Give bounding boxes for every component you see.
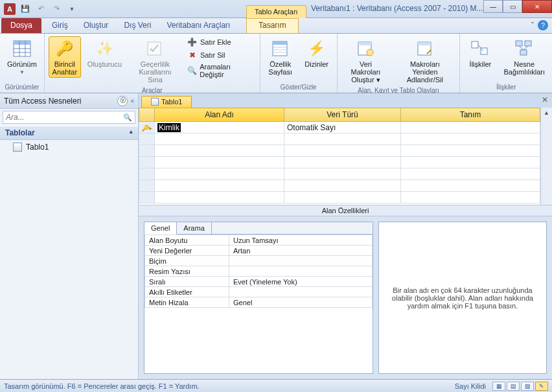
nav-filter-button[interactable]: ⓥ <box>117 96 128 106</box>
close-doc-button[interactable]: ✕ <box>542 95 548 104</box>
property-row[interactable]: Yeni DeğerlerArtan <box>145 246 373 256</box>
close-button[interactable]: ✕ <box>522 0 552 13</box>
prop-tab-lookup[interactable]: Arama <box>177 222 211 235</box>
minimize-button[interactable]: — <box>483 0 503 13</box>
field-row[interactable] <box>139 180 540 192</box>
view-pivotchart-button[interactable]: ▧ <box>521 382 534 391</box>
property-row[interactable]: Alan BoyutuUzun Tamsayı <box>145 235 373 246</box>
data-type-cell[interactable] <box>284 133 401 145</box>
data-type-cell[interactable] <box>284 157 401 168</box>
row-selector[interactable]: 🔑▸ <box>139 122 155 133</box>
property-row[interactable]: Metin HizalaGenel <box>145 297 373 308</box>
create-data-macros-button[interactable]: Veri Makroları Oluştur ▾ <box>341 36 391 86</box>
scroll-up-button[interactable]: ▲ <box>541 108 552 118</box>
row-selector[interactable] <box>139 192 155 203</box>
property-row[interactable]: Resim Yazısı <box>145 266 373 277</box>
field-row[interactable] <box>139 168 540 180</box>
property-value[interactable] <box>229 256 373 266</box>
maximize-button[interactable]: ▭ <box>503 0 522 13</box>
description-cell[interactable] <box>401 192 540 203</box>
nav-header[interactable]: Tüm Access Nesneleri ⓥ « <box>0 93 138 109</box>
delete-rows-button[interactable]: ✖Satır Sil <box>186 49 256 61</box>
insert-rows-button[interactable]: ➕Satır Ekle <box>186 36 256 48</box>
col-field-name[interactable]: Alan Adı <box>155 108 284 122</box>
builder-button[interactable]: ✨ Oluşturucu <box>85 36 124 70</box>
field-name-cell[interactable] <box>155 168 284 180</box>
doc-tab-tablo1[interactable]: Tablo1 <box>141 96 192 108</box>
field-row[interactable] <box>139 192 540 203</box>
view-datasheet-button[interactable]: ▦ <box>492 382 505 391</box>
data-type-cell[interactable]: Otomatik Sayı <box>284 122 401 133</box>
field-name-cell[interactable] <box>155 133 284 145</box>
relationships-button[interactable]: İlişkiler <box>464 36 496 70</box>
primary-key-button[interactable]: 🔑 Birincil Anahtar <box>49 36 81 78</box>
property-grid[interactable]: Alan BoyutuUzun TamsayıYeni DeğerlerArta… <box>144 235 373 373</box>
modify-lookups-button[interactable]: 🔍Aramaları Değiştir <box>186 62 256 79</box>
row-selector[interactable] <box>139 145 155 157</box>
row-selector[interactable] <box>139 157 155 168</box>
object-dependencies-button[interactable]: Nesne Bağımlılıkları <box>500 36 548 78</box>
field-row[interactable] <box>139 157 540 168</box>
qat-customize[interactable]: ▼ <box>65 2 79 16</box>
row-selector[interactable] <box>139 133 155 145</box>
field-name-cell[interactable] <box>155 157 284 168</box>
view-button[interactable]: Görünüm ▼ <box>4 36 40 77</box>
row-selector[interactable] <box>139 168 155 180</box>
tab-create[interactable]: Oluştur <box>76 18 117 33</box>
tab-external-data[interactable]: Dış Veri <box>116 18 159 33</box>
field-row[interactable] <box>139 145 540 157</box>
property-value[interactable] <box>229 266 373 277</box>
description-cell[interactable] <box>401 180 540 192</box>
property-value[interactable]: Uzun Tamsayı <box>229 235 373 246</box>
col-data-type[interactable]: Veri Türü <box>284 108 401 122</box>
app-menu-button[interactable]: A <box>3 2 17 16</box>
property-value[interactable]: Genel <box>229 297 373 308</box>
row-selector[interactable] <box>139 180 155 192</box>
field-grid-table[interactable]: Alan Adı Veri Türü Tanım 🔑▸ Kimlik Otoma… <box>139 108 540 205</box>
view-pivottable-button[interactable]: ▤ <box>507 382 520 391</box>
redo-button[interactable]: ↷ <box>49 2 63 16</box>
data-type-cell[interactable] <box>284 168 401 180</box>
data-type-cell[interactable] <box>284 192 401 203</box>
undo-button[interactable]: ↶ <box>34 2 48 16</box>
nav-item-tablo1[interactable]: Tablo1 <box>0 140 138 154</box>
property-value[interactable]: Evet (Yineleme Yok) <box>229 277 373 287</box>
description-cell[interactable] <box>401 145 540 157</box>
rename-delete-macros-button[interactable]: Makroları Yeniden Adlandır/Sil <box>394 36 455 86</box>
field-name-cell[interactable] <box>155 192 284 203</box>
nav-section-tables[interactable]: Tablolar ▴ <box>0 126 138 140</box>
description-cell[interactable] <box>401 157 540 168</box>
field-name-cell[interactable] <box>155 180 284 192</box>
nav-collapse-button[interactable]: « <box>130 97 134 104</box>
field-name-cell[interactable] <box>155 145 284 157</box>
tab-design[interactable]: Tasarım <box>246 18 299 33</box>
field-row[interactable]: 🔑▸ Kimlik Otomatik Sayı <box>139 122 540 133</box>
property-value[interactable]: Artan <box>229 246 373 256</box>
property-row[interactable]: Biçim <box>145 256 373 266</box>
nav-search[interactable]: 🔍 <box>3 111 135 124</box>
data-type-cell[interactable] <box>284 180 401 192</box>
test-validation-button[interactable]: Geçerlilik Kurallarını Sına <box>128 36 182 86</box>
description-cell[interactable] <box>401 133 540 145</box>
property-value[interactable] <box>229 287 373 297</box>
property-row[interactable]: SıralıEvet (Yineleme Yok) <box>145 277 373 287</box>
indexes-button[interactable]: ⚡ Dizinler <box>301 36 333 70</box>
vertical-scrollbar[interactable]: ▲ <box>540 108 552 205</box>
data-type-cell[interactable] <box>284 145 401 157</box>
minimize-ribbon-button[interactable]: ˇ <box>531 20 534 30</box>
tab-database-tools[interactable]: Veritabanı Araçları <box>159 18 238 33</box>
tab-home[interactable]: Giriş <box>44 18 76 33</box>
help-button[interactable]: ? <box>538 20 548 30</box>
field-name-cell[interactable]: Kimlik <box>155 122 284 133</box>
col-description[interactable]: Tanım <box>401 108 540 122</box>
view-design-button[interactable]: ✎ <box>535 382 548 391</box>
tab-file[interactable]: Dosya <box>1 18 41 33</box>
property-sheet-button[interactable]: Özellik Sayfası <box>264 36 297 78</box>
prop-tab-general[interactable]: Genel <box>144 222 177 235</box>
save-button[interactable]: 💾 <box>18 2 32 16</box>
search-input[interactable] <box>6 113 123 122</box>
field-row[interactable] <box>139 133 540 145</box>
property-row[interactable]: Akıllı Etiketler <box>145 287 373 297</box>
description-cell[interactable] <box>401 122 540 133</box>
description-cell[interactable] <box>401 168 540 180</box>
